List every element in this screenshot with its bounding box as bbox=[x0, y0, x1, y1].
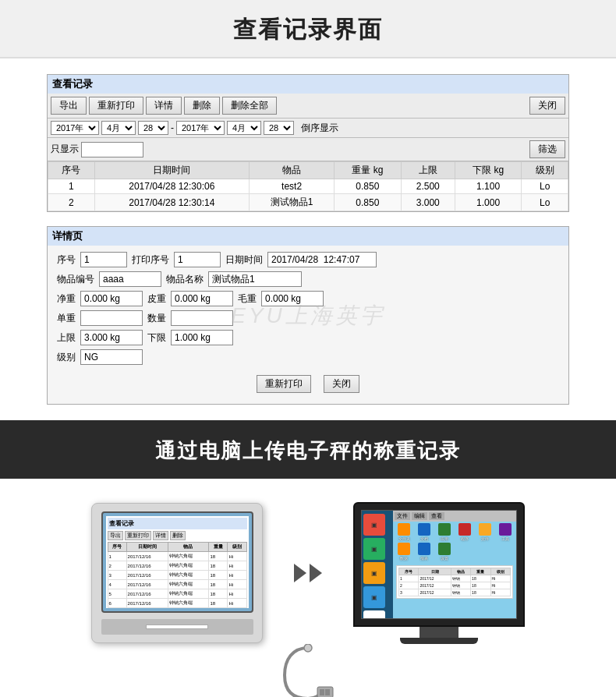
table-cell: 3.000 bbox=[401, 194, 455, 211]
desk-icon-img-6 bbox=[499, 523, 512, 536]
filter-button[interactable]: 筛选 bbox=[529, 140, 565, 158]
desk-icon-6: 工具 bbox=[496, 523, 515, 541]
goods-code-label: 物品编号 bbox=[57, 273, 94, 286]
desk-icon-img-3 bbox=[438, 523, 451, 536]
scale-bottom bbox=[101, 619, 253, 635]
qty-input[interactable] bbox=[171, 310, 233, 326]
goods-name-input[interactable] bbox=[208, 271, 302, 287]
unit-label: 单重 bbox=[57, 312, 76, 325]
desktop-top-bar: 文件 编辑 查看 bbox=[393, 511, 516, 522]
svg-rect-1 bbox=[320, 689, 324, 695]
desk-icon-img-4 bbox=[458, 523, 471, 536]
detail-row-unit-qty: 单重 数量 bbox=[57, 310, 559, 326]
record-btn-row: 导出 重新打印 详情 删除 删除全部 关闭 bbox=[48, 94, 568, 119]
computer-device: ▣ ▣ ▣ ▣ ▣ 文件 编辑 查看 bbox=[353, 502, 525, 644]
table-cell: Lo bbox=[522, 179, 568, 194]
table-row: 22017/04/28 12:30:14测试物品10.8503.0001.000… bbox=[48, 194, 568, 211]
record-window-title: 查看记录 bbox=[48, 75, 568, 94]
detail-window-title: 详情页 bbox=[48, 227, 568, 246]
desk-icon-img-1 bbox=[398, 523, 410, 536]
print-no-input[interactable] bbox=[174, 252, 221, 267]
taskbar-icon-4: ▣ bbox=[363, 586, 385, 608]
monitor-screen: ▣ ▣ ▣ ▣ ▣ 文件 编辑 查看 bbox=[361, 510, 517, 619]
goods-name-label: 物品名称 bbox=[166, 273, 204, 286]
usb-cable-area bbox=[0, 644, 616, 697]
detail-button[interactable]: 详情 bbox=[146, 97, 182, 115]
scale-screen: 查看记录 导出 重新打印 详情 删除 序号 日期时间 物品 重量 级别 1201… bbox=[101, 511, 253, 613]
close-button[interactable]: 关闭 bbox=[529, 97, 565, 115]
net-label: 净重 bbox=[57, 292, 76, 306]
section1-content: 查看记录 导出 重新打印 详情 删除 删除全部 关闭 2017年 4月 28 -… bbox=[0, 58, 616, 420]
only-show-label: 只显示 bbox=[51, 143, 79, 156]
desk-icon-7: 数据 bbox=[395, 543, 413, 561]
seq-input[interactable] bbox=[80, 252, 127, 267]
gross-input[interactable] bbox=[261, 291, 324, 306]
taskbar-icon-2: ▣ bbox=[363, 538, 385, 560]
detail-window: 详情页 EYU上海英宇 序号 打印序号 日期时间 物品编号 物品名称 净重 皮重 bbox=[47, 226, 569, 405]
grade-input[interactable] bbox=[80, 349, 143, 365]
table-cell: 2.500 bbox=[401, 179, 455, 194]
taskbar-icon-1: ▣ bbox=[363, 514, 385, 536]
to-day-select[interactable]: 28 bbox=[264, 121, 294, 135]
scale-paper bbox=[146, 624, 208, 629]
svg-point-3 bbox=[304, 644, 312, 652]
detail-reprint-button[interactable]: 重新打印 bbox=[257, 375, 311, 393]
goods-code-input[interactable] bbox=[99, 271, 161, 287]
only-show-input[interactable] bbox=[81, 142, 143, 157]
table-cell: 2017/04/28 12:30:14 bbox=[94, 194, 249, 211]
desk-icon-img-2 bbox=[418, 523, 430, 536]
table-cell: Lo bbox=[522, 194, 568, 211]
date-input[interactable] bbox=[267, 252, 377, 267]
taskbar-left: ▣ ▣ ▣ ▣ ▣ bbox=[362, 511, 393, 619]
detail-close-button[interactable]: 关闭 bbox=[324, 375, 359, 393]
monitor: ▣ ▣ ▣ ▣ ▣ 文件 编辑 查看 bbox=[353, 502, 525, 627]
desk-icon-img-9 bbox=[438, 543, 451, 555]
scale-screen-inner: 查看记录 导出 重新打印 详情 删除 序号 日期时间 物品 重量 级别 1201… bbox=[106, 516, 249, 608]
record-window: 查看记录 导出 重新打印 详情 删除 删除全部 关闭 2017年 4月 28 -… bbox=[47, 74, 569, 212]
desktop-icons-grid: 文件夹 文档 应用 程 bbox=[393, 522, 516, 562]
section2-header: 通过电脑上传电子秤的称重记录 bbox=[0, 420, 616, 479]
usb-cable-svg bbox=[277, 644, 339, 697]
desk-icon-9: 设置 bbox=[435, 543, 454, 561]
desk-icon-4: 程序 bbox=[455, 523, 474, 541]
export-button[interactable]: 导出 bbox=[51, 97, 87, 115]
detail-row-goods: 物品编号 物品名称 bbox=[57, 271, 559, 287]
table-cell: 2017/04/28 12:30:06 bbox=[94, 179, 249, 194]
reverse-label: 倒序显示 bbox=[301, 122, 338, 135]
tare-input[interactable] bbox=[171, 291, 233, 306]
table-cell: 1.000 bbox=[455, 194, 521, 211]
col-date: 日期时间 bbox=[94, 162, 249, 179]
detail-row-limits: 上限 下限 bbox=[57, 330, 559, 345]
to-month-select[interactable]: 4月 bbox=[227, 121, 261, 135]
table-cell: 2 bbox=[48, 194, 95, 211]
col-grade: 级别 bbox=[522, 162, 568, 179]
section2-content: 查看记录 导出 重新打印 详情 删除 序号 日期时间 物品 重量 级别 1201… bbox=[0, 479, 616, 660]
seq-label: 序号 bbox=[57, 253, 76, 267]
to-year-select[interactable]: 2017年 bbox=[176, 121, 225, 135]
gross-label: 毛重 bbox=[238, 292, 257, 306]
col-goods: 物品 bbox=[250, 162, 335, 179]
from-year-select[interactable]: 2017年 bbox=[51, 121, 99, 135]
monitor-base bbox=[400, 638, 478, 644]
detail-row-weights: 净重 皮重 毛重 bbox=[57, 291, 559, 306]
delete-button[interactable]: 删除 bbox=[184, 97, 220, 115]
detail-row-seq: 序号 打印序号 日期时间 bbox=[57, 252, 559, 267]
upper-input[interactable] bbox=[80, 330, 143, 345]
unit-input[interactable] bbox=[80, 310, 143, 326]
col-upper: 上限 bbox=[401, 162, 455, 179]
scale-device: 查看记录 导出 重新打印 详情 删除 序号 日期时间 物品 重量 级别 1201… bbox=[91, 503, 263, 643]
desk-icon-img-5 bbox=[479, 523, 491, 536]
section1-header: 查看记录界面 bbox=[0, 0, 616, 58]
from-month-select[interactable]: 4月 bbox=[101, 121, 136, 135]
net-input[interactable] bbox=[80, 291, 143, 306]
desk-icon-img-7 bbox=[398, 543, 410, 555]
reprint-button[interactable]: 重新打印 bbox=[89, 97, 143, 115]
table-cell: 1.100 bbox=[455, 179, 521, 194]
table-cell: test2 bbox=[250, 179, 335, 194]
col-seq: 序号 bbox=[48, 162, 95, 179]
desk-icon-3: 应用 bbox=[435, 523, 454, 541]
delete-all-button[interactable]: 删除全部 bbox=[222, 97, 277, 115]
lower-input[interactable] bbox=[171, 330, 233, 345]
from-day-select[interactable]: 28 bbox=[138, 121, 168, 135]
col-weight: 重量 kg bbox=[335, 162, 401, 179]
